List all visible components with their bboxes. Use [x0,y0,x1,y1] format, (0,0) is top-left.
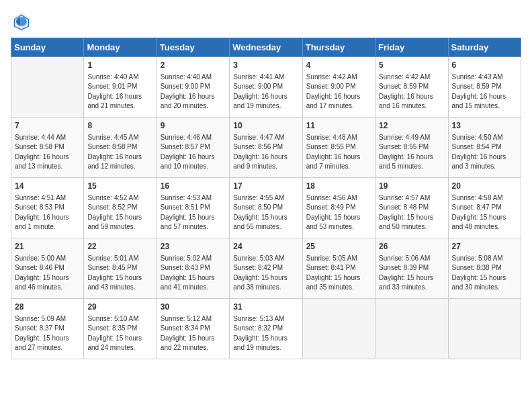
calendar-cell: 1Sunrise: 4:40 AM Sunset: 9:01 PM Daylig… [84,57,157,118]
calendar-cell: 20Sunrise: 4:58 AM Sunset: 8:47 PM Dayli… [448,178,521,238]
cell-content: Sunrise: 4:57 AM Sunset: 8:48 PM Dayligh… [379,193,444,232]
cell-content: Sunrise: 5:06 AM Sunset: 8:39 PM Dayligh… [379,254,444,293]
cell-content: Sunrise: 5:05 AM Sunset: 8:41 PM Dayligh… [306,254,371,293]
logo-icon [11,11,32,32]
calendar-cell: 4Sunrise: 4:42 AM Sunset: 9:00 PM Daylig… [302,57,375,118]
day-number: 26 [379,241,444,253]
col-header-friday: Friday [375,38,448,57]
day-number: 19 [379,181,444,192]
calendar-cell: 18Sunrise: 4:56 AM Sunset: 8:49 PM Dayli… [302,178,375,238]
cell-content: Sunrise: 4:49 AM Sunset: 8:55 PM Dayligh… [379,133,444,172]
day-number: 30 [161,302,226,313]
cell-content: Sunrise: 5:08 AM Sunset: 8:38 PM Dayligh… [452,254,517,293]
day-number: 29 [87,302,152,313]
cell-content: Sunrise: 5:09 AM Sunset: 8:37 PM Dayligh… [15,314,80,353]
calendar-cell: 25Sunrise: 5:05 AM Sunset: 8:41 PM Dayli… [302,238,375,299]
col-header-wednesday: Wednesday [230,38,302,57]
calendar-cell [375,299,448,359]
cell-content: Sunrise: 4:53 AM Sunset: 8:51 PM Dayligh… [161,193,226,232]
day-number: 16 [161,181,226,192]
calendar-cell: 2Sunrise: 4:40 AM Sunset: 9:00 PM Daylig… [157,57,229,118]
calendar-cell: 31Sunrise: 5:13 AM Sunset: 8:32 PM Dayli… [230,299,302,359]
cell-content: Sunrise: 4:51 AM Sunset: 8:53 PM Dayligh… [15,193,80,232]
calendar-cell: 7Sunrise: 4:44 AM Sunset: 8:58 PM Daylig… [11,118,84,178]
cell-content: Sunrise: 4:50 AM Sunset: 8:54 PM Dayligh… [452,133,517,172]
calendar-cell: 23Sunrise: 5:02 AM Sunset: 8:43 PM Dayli… [157,238,229,299]
col-header-sunday: Sunday [11,38,84,57]
day-number: 7 [15,120,80,132]
day-number: 18 [306,181,371,192]
col-header-saturday: Saturday [448,38,521,57]
day-number: 3 [233,60,298,71]
day-number: 8 [87,120,152,132]
logo [11,11,35,32]
cell-content: Sunrise: 5:12 AM Sunset: 8:34 PM Dayligh… [161,314,226,353]
day-number: 27 [452,241,517,253]
calendar-cell: 14Sunrise: 4:51 AM Sunset: 8:53 PM Dayli… [11,178,84,238]
day-number: 12 [379,120,444,132]
header [11,11,521,32]
cell-content: Sunrise: 5:01 AM Sunset: 8:45 PM Dayligh… [87,254,152,293]
calendar-cell: 8Sunrise: 4:45 AM Sunset: 8:58 PM Daylig… [84,118,157,178]
calendar-cell: 11Sunrise: 4:48 AM Sunset: 8:55 PM Dayli… [302,118,375,178]
cell-content: Sunrise: 4:56 AM Sunset: 8:49 PM Dayligh… [306,193,371,232]
cell-content: Sunrise: 4:58 AM Sunset: 8:47 PM Dayligh… [452,193,517,232]
calendar-table: SundayMondayTuesdayWednesdayThursdayFrid… [11,38,521,359]
cell-content: Sunrise: 5:00 AM Sunset: 8:46 PM Dayligh… [15,254,80,293]
cell-content: Sunrise: 4:40 AM Sunset: 9:00 PM Dayligh… [161,73,226,111]
day-number: 9 [161,120,226,132]
calendar-cell: 19Sunrise: 4:57 AM Sunset: 8:48 PM Dayli… [375,178,448,238]
calendar-cell: 27Sunrise: 5:08 AM Sunset: 8:38 PM Dayli… [448,238,521,299]
col-header-monday: Monday [84,38,157,57]
calendar-cell: 15Sunrise: 4:52 AM Sunset: 8:52 PM Dayli… [84,178,157,238]
cell-content: Sunrise: 5:13 AM Sunset: 8:32 PM Dayligh… [233,314,298,353]
cell-content: Sunrise: 5:02 AM Sunset: 8:43 PM Dayligh… [161,254,226,293]
cell-content: Sunrise: 4:48 AM Sunset: 8:55 PM Dayligh… [306,133,371,172]
day-number: 2 [161,60,226,71]
day-number: 28 [15,302,80,313]
cell-content: Sunrise: 4:43 AM Sunset: 8:59 PM Dayligh… [452,73,517,111]
calendar-cell: 26Sunrise: 5:06 AM Sunset: 8:39 PM Dayli… [375,238,448,299]
cell-content: Sunrise: 4:45 AM Sunset: 8:58 PM Dayligh… [87,133,152,172]
cell-content: Sunrise: 4:40 AM Sunset: 9:01 PM Dayligh… [87,73,152,111]
calendar-cell [302,299,375,359]
cell-content: Sunrise: 4:42 AM Sunset: 8:59 PM Dayligh… [379,73,444,111]
cell-content: Sunrise: 4:55 AM Sunset: 8:50 PM Dayligh… [233,193,298,232]
cell-content: Sunrise: 4:47 AM Sunset: 8:56 PM Dayligh… [233,133,298,172]
calendar-cell: 22Sunrise: 5:01 AM Sunset: 8:45 PM Dayli… [84,238,157,299]
day-number: 20 [452,181,517,192]
week-row-4: 21Sunrise: 5:00 AM Sunset: 8:46 PM Dayli… [11,238,521,299]
calendar-cell [448,299,521,359]
day-number: 21 [15,241,80,253]
col-header-thursday: Thursday [302,38,375,57]
calendar-cell: 21Sunrise: 5:00 AM Sunset: 8:46 PM Dayli… [11,238,84,299]
day-number: 4 [306,60,371,71]
cell-content: Sunrise: 4:44 AM Sunset: 8:58 PM Dayligh… [15,133,80,172]
calendar-cell: 13Sunrise: 4:50 AM Sunset: 8:54 PM Dayli… [448,118,521,178]
week-row-1: 1Sunrise: 4:40 AM Sunset: 9:01 PM Daylig… [11,57,521,118]
day-number: 1 [87,60,152,71]
calendar-cell: 5Sunrise: 4:42 AM Sunset: 8:59 PM Daylig… [375,57,448,118]
calendar-cell: 17Sunrise: 4:55 AM Sunset: 8:50 PM Dayli… [230,178,302,238]
calendar-cell: 30Sunrise: 5:12 AM Sunset: 8:34 PM Dayli… [157,299,229,359]
calendar-cell: 10Sunrise: 4:47 AM Sunset: 8:56 PM Dayli… [230,118,302,178]
calendar-cell: 3Sunrise: 4:41 AM Sunset: 9:00 PM Daylig… [230,57,302,118]
cell-content: Sunrise: 4:42 AM Sunset: 9:00 PM Dayligh… [306,73,371,111]
calendar-cell [11,57,84,118]
calendar-cell: 9Sunrise: 4:46 AM Sunset: 8:57 PM Daylig… [157,118,229,178]
day-number: 14 [15,181,80,192]
week-row-2: 7Sunrise: 4:44 AM Sunset: 8:58 PM Daylig… [11,118,521,178]
cell-content: Sunrise: 5:10 AM Sunset: 8:35 PM Dayligh… [87,314,152,353]
day-number: 23 [161,241,226,253]
day-number: 13 [452,120,517,132]
day-number: 5 [379,60,444,71]
week-row-5: 28Sunrise: 5:09 AM Sunset: 8:37 PM Dayli… [11,299,521,359]
day-number: 15 [87,181,152,192]
week-row-3: 14Sunrise: 4:51 AM Sunset: 8:53 PM Dayli… [11,178,521,238]
calendar-cell: 24Sunrise: 5:03 AM Sunset: 8:42 PM Dayli… [230,238,302,299]
day-number: 22 [87,241,152,253]
calendar-cell: 29Sunrise: 5:10 AM Sunset: 8:35 PM Dayli… [84,299,157,359]
calendar-cell: 28Sunrise: 5:09 AM Sunset: 8:37 PM Dayli… [11,299,84,359]
cell-content: Sunrise: 5:03 AM Sunset: 8:42 PM Dayligh… [233,254,298,293]
calendar-cell: 12Sunrise: 4:49 AM Sunset: 8:55 PM Dayli… [375,118,448,178]
